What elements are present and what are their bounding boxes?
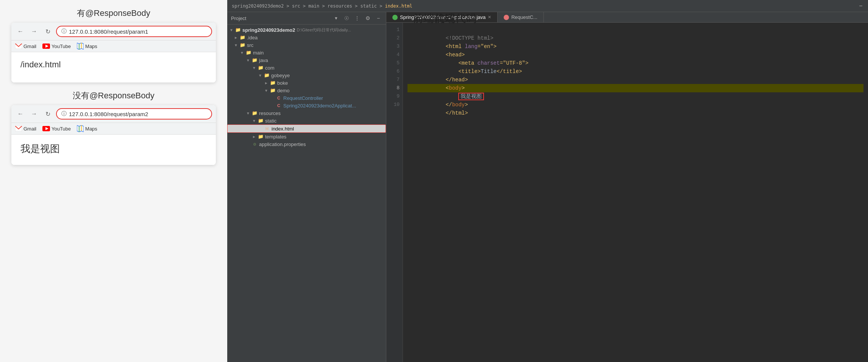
browser2-bookmarks: Gmail YouTube: [11, 123, 216, 135]
project-gear-btn[interactable]: ⚙: [364, 14, 372, 22]
tree-main[interactable]: ▼ 📁 main: [227, 49, 386, 56]
arrow-icon: ▼: [251, 118, 257, 123]
maps-bookmark2[interactable]: Maps: [77, 125, 97, 132]
tree-index-html[interactable]: ► H index.html: [227, 124, 386, 133]
arrow-icon: ►: [233, 35, 239, 40]
code-area[interactable]: <!DOCTYPE html> <html lang="en"> <head> …: [403, 23, 868, 362]
tree-properties-label: application.properties: [259, 141, 306, 147]
browser2-toolbar: ← → ↻ ⓘ 127.0.0.1:8080/request/param2: [11, 105, 216, 123]
browser2: ← → ↻ ⓘ 127.0.0.1:8080/request/param2 Gm…: [11, 105, 216, 165]
browser1-content: /index.html: [11, 52, 216, 82]
folder-icon: 📁: [251, 110, 258, 116]
url-text1: 127.0.0.1:8080/request/param1: [69, 28, 148, 35]
svg-marker-9: [77, 125, 84, 132]
tree-root[interactable]: ▼ 📁 spring20240923demo2 D:\Gitee代码\日常代码\…: [227, 26, 386, 34]
project-close-btn[interactable]: −: [375, 14, 382, 22]
tree-app-properties[interactable]: ► ⚙ application.properties: [227, 140, 386, 148]
browser1: ← → ↻ ⓘ 127.0.0.1:8080/request/param1 Gm…: [11, 23, 216, 82]
close-ide-btn[interactable]: −: [858, 3, 863, 9]
refresh-button[interactable]: ↻: [42, 26, 53, 37]
view-text2: 我是视图: [20, 142, 207, 155]
youtube-icon2: [42, 126, 50, 131]
ide-panel: 前端代码 spring20240923demo2 > src > main > …: [227, 0, 868, 362]
tree-src-label: src: [247, 42, 253, 48]
gmail-label: Gmail: [23, 44, 36, 49]
tree-root-path: D:\Gitee代码\日常代码\daily...: [297, 27, 351, 33]
tree-static[interactable]: ▼ 📁 static: [227, 117, 386, 124]
tree-gobeyye-label: gobeyye: [271, 73, 290, 78]
folder-icon: 📁: [235, 27, 241, 33]
line-num-1: 1: [386, 26, 403, 34]
folder-icon: 📁: [239, 34, 245, 40]
line-num-3: 3: [386, 42, 403, 51]
tree-demo[interactable]: ▼ 📁 demo: [227, 87, 386, 94]
folder-icon: 📁: [258, 118, 264, 124]
ide-path-text: spring20240923demo2 > src > main > resou…: [232, 3, 412, 9]
tree-gobeyye[interactable]: ▼ 📁 gobeyye: [227, 71, 386, 79]
tree-src[interactable]: ▼ 📁 src: [227, 41, 386, 49]
youtube-bookmark2[interactable]: YouTube: [42, 126, 71, 132]
maps-icon2: [77, 125, 84, 132]
tree-index-label: index.html: [272, 126, 294, 132]
arrow-icon: ▼: [233, 42, 239, 48]
tree-main-label: main: [253, 50, 264, 56]
tree-boke-label: boke: [277, 80, 288, 86]
line-numbers: 1 2 3 4 5 6 7 8 9 10: [386, 23, 403, 362]
back-button2[interactable]: ←: [15, 109, 26, 119]
project-tree: ▼ 📁 spring20240923demo2 D:\Gitee代码\日常代码\…: [227, 25, 386, 362]
tree-spring-app[interactable]: ► C Spring20240923demo2Applicat...: [227, 102, 386, 109]
tab-spring-close[interactable]: ✕: [488, 15, 491, 20]
tree-com[interactable]: ▼ 📁 com: [227, 64, 386, 71]
gmail-icon: [15, 43, 22, 50]
line-num-9: 9: [386, 92, 403, 101]
tree-java[interactable]: ▼ 📁 java: [227, 56, 386, 64]
tree-resources-label: resources: [259, 110, 281, 116]
line-num-2: 2: [386, 34, 403, 42]
tree-boke[interactable]: ► 📁 boke: [227, 79, 386, 87]
project-panel: Project ▼ ☉ ⋮ ⚙ − ▼ 📁 spring20240923demo…: [227, 12, 386, 362]
gmail-icon2: [15, 125, 22, 132]
tree-idea-label: .idea: [247, 35, 258, 40]
spring-file-icon: C: [276, 103, 282, 109]
line-num-8: 8: [386, 84, 403, 92]
project-globe-btn[interactable]: ☉: [343, 14, 350, 22]
gmail-bookmark2[interactable]: Gmail: [15, 125, 36, 132]
address-bar2[interactable]: ⓘ 127.0.0.1:8080/request/param2: [56, 108, 212, 120]
ide-path-highlight: index.html: [385, 3, 412, 9]
folder-blue-icon: 📁: [245, 50, 251, 56]
project-toolbar: Project ▼ ☉ ⋮ ⚙ −: [227, 12, 386, 25]
tab-request-c[interactable]: RequestC...: [498, 12, 544, 22]
youtube-label1: YouTube: [52, 44, 71, 49]
youtube-bookmark[interactable]: YouTube: [42, 44, 71, 49]
section1-label: 有@ResponseBody: [11, 8, 216, 19]
tree-demo-label: demo: [277, 88, 290, 93]
tree-request-controller[interactable]: ► C RequestController: [227, 94, 386, 102]
tree-idea[interactable]: ► 📁 .idea: [227, 34, 386, 41]
arrow-icon: ►: [251, 134, 257, 139]
code-line-7: <body>: [407, 76, 863, 84]
refresh-button2[interactable]: ↻: [42, 109, 53, 119]
browser1-bookmarks: Gmail YouTube: [11, 40, 216, 52]
maps-icon: [77, 43, 84, 50]
arrow-icon: ▼: [264, 88, 269, 93]
gmail-label2: Gmail: [23, 126, 36, 132]
arrow-icon: ▼: [258, 73, 263, 78]
properties-file-icon: ⚙: [251, 141, 258, 147]
project-sort-btn[interactable]: ⋮: [353, 14, 361, 22]
gmail-bookmark[interactable]: Gmail: [15, 43, 36, 50]
maps-bookmark[interactable]: Maps: [77, 43, 97, 50]
forward-button[interactable]: →: [29, 26, 39, 37]
editor-content: 1 2 3 4 5 6 7 8 9 10 <!DOCTYPE html>: [386, 23, 868, 362]
address-bar1[interactable]: ⓘ 127.0.0.1:8080/request/param1: [56, 26, 212, 37]
back-button[interactable]: ←: [15, 26, 26, 37]
tree-templates-label: templates: [265, 134, 286, 140]
line-num-4: 4: [386, 51, 403, 59]
forward-button2[interactable]: →: [29, 109, 39, 119]
youtube-label2: YouTube: [52, 126, 71, 132]
code-line-8: 我是视图: [407, 84, 863, 92]
tree-templates[interactable]: ► 📁 templates: [227, 133, 386, 140]
line-num-6: 6: [386, 67, 403, 76]
tree-resources[interactable]: ▼ 📁 resources: [227, 109, 386, 117]
boxed-text: 我是视图: [458, 93, 484, 100]
java-file-icon: C: [276, 95, 282, 101]
